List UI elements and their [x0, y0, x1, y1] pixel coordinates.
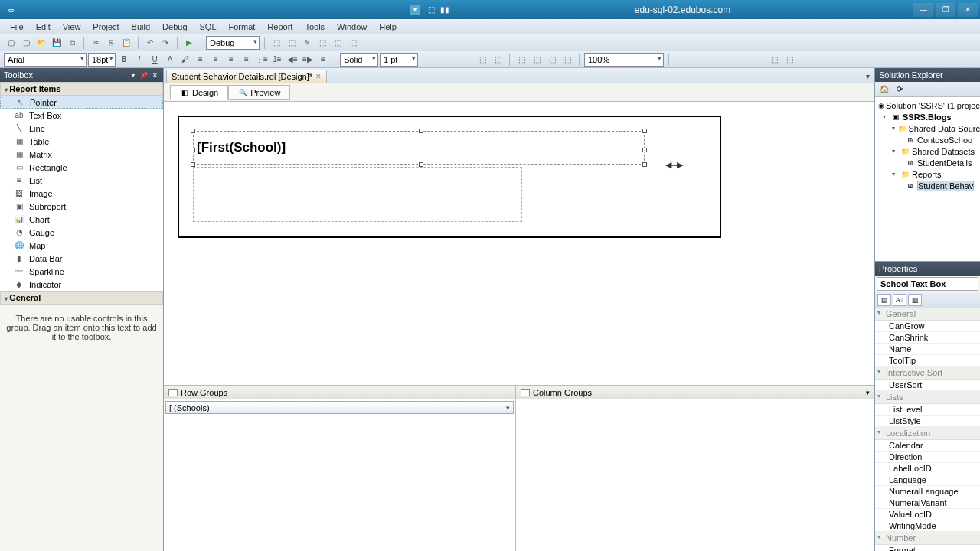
tool-icon-1[interactable]: ⬚: [270, 36, 283, 50]
tab-overflow-icon[interactable]: ▾: [861, 69, 874, 83]
prop-row[interactable]: Format: [875, 545, 980, 551]
report-body[interactable]: [First(School)] ◀—▶: [178, 116, 721, 238]
shared-data-sources-folder[interactable]: ▾📁Shared Data Sourc: [875, 122, 980, 134]
quick-dropdown[interactable]: ▾: [410, 5, 420, 15]
prop-row[interactable]: NumeralLanguage: [875, 486, 980, 497]
close-button[interactable]: ✕: [958, 3, 978, 17]
tool-icon-6[interactable]: ⬚: [346, 36, 360, 50]
solution-node[interactable]: ◉Solution 'SSRS' (1 project: [875, 99, 980, 111]
align-left-icon[interactable]: ≡: [194, 53, 207, 67]
toolbox-item-matrix[interactable]: ▦Matrix: [0, 148, 163, 161]
toolbox-item-sparkline[interactable]: 〰Sparkline: [0, 265, 163, 278]
toolbox-item-map[interactable]: 🌐Map: [0, 239, 163, 252]
save-icon[interactable]: 💾: [50, 36, 64, 50]
menu-report[interactable]: Report: [261, 21, 299, 33]
prop-category[interactable]: Lists: [875, 391, 980, 404]
prop-row[interactable]: CanGrow: [875, 321, 980, 332]
font-size-dropdown[interactable]: 18pt: [88, 53, 116, 67]
toolbox-item-data-bar[interactable]: ▮Data Bar: [0, 252, 163, 265]
resize-handle[interactable]: [642, 129, 647, 133]
align-center-icon[interactable]: ≡: [209, 53, 223, 67]
tool-icon-5[interactable]: ⬚: [331, 36, 345, 50]
property-pages-icon[interactable]: ▥: [908, 294, 922, 306]
numbering-icon[interactable]: 1≡: [270, 53, 284, 67]
prop-row[interactable]: Language: [875, 474, 980, 486]
font-color-icon[interactable]: A: [163, 53, 177, 67]
row-group-item[interactable]: [ (Schools): [165, 401, 514, 414]
data-source-item[interactable]: 🗎ContosoSchoo: [875, 134, 980, 145]
nav-icon[interactable]: ⬚: [424, 3, 438, 17]
split-icon[interactable]: ⬚: [530, 53, 544, 67]
bold-icon[interactable]: B: [117, 53, 131, 67]
prop-row[interactable]: WritingMode: [875, 520, 980, 532]
prop-category[interactable]: Localization: [875, 427, 980, 440]
add-item-icon[interactable]: ▢: [19, 36, 33, 50]
start-icon[interactable]: ▶: [182, 36, 196, 50]
close-panel-icon[interactable]: ✕: [150, 70, 159, 80]
toolbox-item-text-box[interactable]: abText Box: [0, 109, 163, 122]
save-all-icon[interactable]: ⧉: [65, 36, 79, 50]
indent-icon[interactable]: ≡▶: [301, 53, 315, 67]
copy-icon[interactable]: ⎘: [104, 36, 118, 50]
toolbox-item-gauge[interactable]: ◔Gauge: [0, 226, 163, 239]
zoom-dropdown[interactable]: 100%: [584, 53, 664, 67]
project-node[interactable]: ▾▣SSRS.Blogs: [875, 111, 980, 122]
school-textbox[interactable]: [First(School)]: [193, 131, 645, 165]
toolbox-item-indicator[interactable]: ◆Indicator: [0, 278, 163, 291]
justify-icon[interactable]: ≡: [240, 53, 253, 67]
tool-icon-2[interactable]: ⬚: [285, 36, 299, 50]
border-tool-1[interactable]: ⬚: [475, 53, 489, 67]
menu-window[interactable]: Window: [331, 21, 373, 33]
dropdown-icon[interactable]: ▾: [129, 70, 138, 80]
restore-button[interactable]: ❐: [936, 3, 956, 17]
undo-icon[interactable]: ↶: [143, 36, 157, 50]
prop-row[interactable]: Calendar: [875, 440, 980, 452]
categorized-icon[interactable]: ▤: [877, 294, 891, 306]
cut-icon[interactable]: ✂: [89, 36, 103, 50]
chart-icon[interactable]: ▮▮: [438, 3, 452, 17]
refresh-icon[interactable]: ⟳: [893, 83, 906, 96]
menu-file[interactable]: File: [4, 21, 30, 33]
document-tab[interactable]: Student Behavior Details.rdl [Design]* ✕: [166, 70, 327, 83]
border-tool-2[interactable]: ⬚: [491, 53, 505, 67]
border-style-dropdown[interactable]: Solid: [340, 53, 378, 67]
resize-handle[interactable]: [642, 148, 647, 152]
prop-row[interactable]: LabelLocID: [875, 463, 980, 474]
general-section[interactable]: General: [0, 291, 163, 305]
properties-grid[interactable]: GeneralCanGrowCanShrinkNameToolTipIntera…: [875, 308, 980, 551]
bullets-icon[interactable]: ⋮≡: [255, 53, 269, 67]
home-icon[interactable]: 🏠: [878, 83, 890, 96]
bg-color-icon[interactable]: 🖍: [178, 53, 192, 67]
prop-row[interactable]: Name: [875, 344, 980, 355]
border-width-dropdown[interactable]: 1 pt: [380, 53, 418, 67]
prop-row[interactable]: ValueLocID: [875, 509, 980, 520]
properties-object-selector[interactable]: School Text Box: [877, 277, 978, 291]
tool-end-1[interactable]: ⬚: [767, 53, 781, 67]
alphabetical-icon[interactable]: A↓: [893, 294, 906, 306]
prop-category[interactable]: General: [875, 308, 980, 321]
shared-datasets-folthe[interactable]: ▾📁Shared Datasets: [875, 145, 980, 157]
toolbox-item-table[interactable]: ▦Table: [0, 135, 163, 148]
resize-handle[interactable]: [191, 129, 195, 133]
hanging-icon[interactable]: ≡: [316, 53, 330, 67]
layout-icon[interactable]: ⬚: [545, 53, 559, 67]
prop-row[interactable]: ListLevel: [875, 404, 980, 416]
prop-row[interactable]: ListStyle: [875, 416, 980, 427]
resize-handle[interactable]: [191, 148, 195, 152]
prop-row[interactable]: NumeralVariant: [875, 497, 980, 509]
merge-icon[interactable]: ⬚: [514, 53, 528, 67]
menu-project[interactable]: Project: [87, 21, 125, 33]
prop-row[interactable]: UserSort: [875, 380, 980, 391]
toolbox-item-pointer[interactable]: ↖Pointer: [0, 96, 163, 109]
minimize-button[interactable]: —: [913, 3, 933, 17]
underline-icon[interactable]: U: [148, 53, 162, 67]
prop-row[interactable]: ToolTip: [875, 355, 980, 367]
tool-end-2[interactable]: ⬚: [782, 53, 796, 67]
config-dropdown[interactable]: Debug: [206, 36, 260, 50]
new-project-icon[interactable]: ▢: [4, 36, 18, 50]
report-items-section[interactable]: Report Items: [0, 82, 163, 96]
italic-icon[interactable]: I: [132, 53, 146, 67]
toolbox-item-line[interactable]: ╲Line: [0, 122, 163, 135]
toolbox-item-rectangle[interactable]: ▭Rectangle: [0, 161, 163, 174]
font-dropdown[interactable]: Arial: [4, 53, 87, 67]
